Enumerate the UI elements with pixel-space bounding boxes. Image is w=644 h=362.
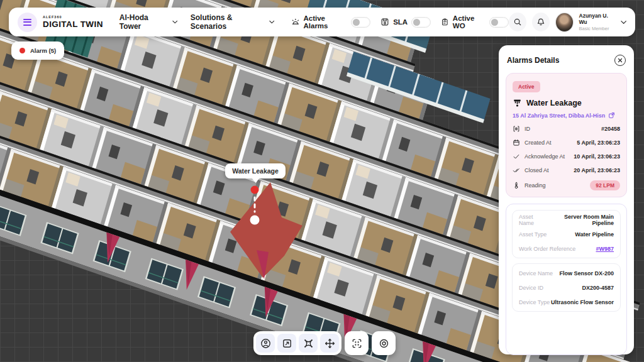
menu-building-label: Al-Hoda Tower xyxy=(119,13,169,31)
open-external-icon xyxy=(282,338,292,349)
closed-at-row: Closed At 20 April, 23:06:23 xyxy=(513,167,620,174)
pan-move-button[interactable] xyxy=(320,334,339,353)
asset-name-row: Asset Name Server Room Main Pipeline xyxy=(519,212,614,227)
clipboard-icon xyxy=(441,18,449,26)
asset-info-box: Asset Name Server Room Main Pipeline Ass… xyxy=(512,210,621,258)
alarm-summary-card: Active Water Leakage 15 Al Zahriya Stree… xyxy=(506,73,627,197)
top-navbar: ALEF360 DIGITAL TWIN Al-Hoda Tower Solut… xyxy=(9,8,635,36)
active-alarms-label: Active Alarms xyxy=(303,14,347,30)
status-badge: Active xyxy=(513,81,540,92)
panel-close-button[interactable] xyxy=(614,55,626,66)
asset-type-row: Asset Type Water Pipeline xyxy=(519,227,614,241)
menu-building-selector[interactable]: Al-Hoda Tower xyxy=(119,13,178,31)
kv-value: Flow Sensor DX-200 xyxy=(559,270,614,277)
row-value: 10 April, 23:06:23 xyxy=(574,153,620,160)
active-wo-toggle-group: Active WO xyxy=(441,14,509,30)
kv-value: Water Pipeline xyxy=(575,231,614,238)
alarms-details-panel: Alarms Details Active Water Leakage 15 A… xyxy=(499,45,634,354)
check-icon xyxy=(513,153,520,160)
kv-value: Ultrasonic Flow Sensor xyxy=(551,299,614,305)
marker-tooltip: Water Leakage xyxy=(225,163,286,178)
hamburger-menu-button[interactable] xyxy=(18,13,37,32)
search-button[interactable] xyxy=(509,13,526,31)
sla-label: SLA xyxy=(393,18,408,26)
marker-tooltip-label: Water Leakage xyxy=(232,167,279,175)
calendar-icon xyxy=(513,139,520,146)
focus-target-icon xyxy=(379,338,389,349)
marker-anchor-dot xyxy=(250,216,260,225)
menu-solutions-label: Solutions & Scenarios xyxy=(191,13,266,31)
user-role: Basic Member xyxy=(579,26,615,31)
work-order-link[interactable]: #W987 xyxy=(596,246,614,252)
search-icon xyxy=(513,18,522,26)
water-leak-icon xyxy=(513,98,522,107)
alarm-count-label: Alarm (5) xyxy=(30,47,56,54)
user-name: Azunyan U. Wu xyxy=(579,13,615,26)
dashboard-icon xyxy=(352,338,362,349)
alarm-red-dot-icon xyxy=(19,48,25,53)
asset-device-card: Asset Name Server Room Main Pipeline Ass… xyxy=(506,204,627,355)
kv-label: Work Order Reference xyxy=(519,246,575,252)
notifications-button[interactable] xyxy=(532,13,550,31)
alarm-address-link[interactable]: 15 Al Zahriya Street, Dibba Al-Hisn xyxy=(513,112,620,119)
row-label: ID xyxy=(525,126,530,132)
created-at-row: Created At 5 April, 23:06:23 xyxy=(513,139,620,146)
thermometer-icon xyxy=(513,182,520,189)
active-wo-toggle[interactable] xyxy=(489,17,509,28)
external-link-icon xyxy=(608,112,615,119)
device-id-row: Device ID DX200-4587 xyxy=(519,280,614,295)
kv-label: Device Name xyxy=(519,270,553,277)
rotate-3d-icon xyxy=(303,338,314,349)
marker-red-dot xyxy=(251,186,259,194)
panel-title: Alarms Details xyxy=(507,56,559,65)
row-label: Reading xyxy=(525,182,546,189)
viewport-toolbar xyxy=(253,331,396,355)
save-icon xyxy=(380,18,389,26)
row-label: Created At xyxy=(525,140,552,146)
brand-logo: ALEF360 DIGITAL TWIN xyxy=(43,16,103,29)
user-meta: Azunyan U. Wu Basic Member xyxy=(579,13,615,32)
row-label: Closed At xyxy=(525,167,549,173)
device-info-box: Device Name Flow Sensor DX-200 Device ID… xyxy=(512,263,621,312)
alarm-title: Water Leakage xyxy=(526,99,582,107)
chevron-down-icon xyxy=(172,20,177,24)
chevron-down-icon[interactable] xyxy=(621,20,626,25)
row-label: Acknowledge At xyxy=(525,153,565,160)
alarm-count-badge[interactable]: Alarm (5) xyxy=(11,41,64,60)
bell-icon xyxy=(536,18,545,26)
person-view-icon xyxy=(260,338,271,349)
dashboard-button[interactable] xyxy=(345,331,369,355)
kv-label: Device ID xyxy=(519,285,543,291)
kv-label: Device Type xyxy=(519,299,550,305)
reading-row: Reading 92 LPM xyxy=(513,180,620,190)
rotate-3d-button[interactable] xyxy=(299,334,318,353)
alarm-id-row: ID #20458 xyxy=(513,125,620,133)
double-check-icon xyxy=(513,167,520,174)
kv-label: Asset Name xyxy=(519,214,547,226)
sla-toggle-group: SLA xyxy=(380,17,431,28)
active-wo-label: Active WO xyxy=(453,14,486,30)
focus-target-button[interactable] xyxy=(372,331,396,355)
id-icon xyxy=(513,125,520,133)
user-avatar[interactable] xyxy=(555,13,574,32)
brand-label: DIGITAL TWIN xyxy=(43,20,103,29)
alarm-address: 15 Al Zahriya Street, Dibba Al-Hisn xyxy=(513,112,605,119)
row-value: 5 April, 23:06:23 xyxy=(577,140,620,146)
app-root: Water Leakage ALEF360 DIGITAL TWIN Al-Ho… xyxy=(0,0,644,362)
kv-label: Asset Type xyxy=(519,231,547,238)
brand-small-label: ALEF360 xyxy=(43,16,103,19)
device-type-row: Device Type Ultrasonic Flow Sensor xyxy=(519,295,614,309)
row-value: #20458 xyxy=(601,126,620,132)
menu-solutions-scenarios[interactable]: Solutions & Scenarios xyxy=(191,13,275,31)
sla-toggle[interactable] xyxy=(411,17,431,28)
close-icon xyxy=(618,58,623,63)
work-order-row: Work Order Reference #W987 xyxy=(519,241,614,256)
open-external-button[interactable] xyxy=(277,334,296,353)
kv-value: DX200-4587 xyxy=(582,285,614,291)
kv-value: Server Room Main Pipeline xyxy=(547,214,614,226)
chevron-down-icon xyxy=(269,20,274,24)
device-name-row: Device Name Flow Sensor DX-200 xyxy=(519,266,614,280)
person-view-button[interactable] xyxy=(256,334,275,353)
active-alarms-toggle[interactable] xyxy=(351,17,370,28)
row-value: 20 April, 23:06:23 xyxy=(574,167,620,173)
